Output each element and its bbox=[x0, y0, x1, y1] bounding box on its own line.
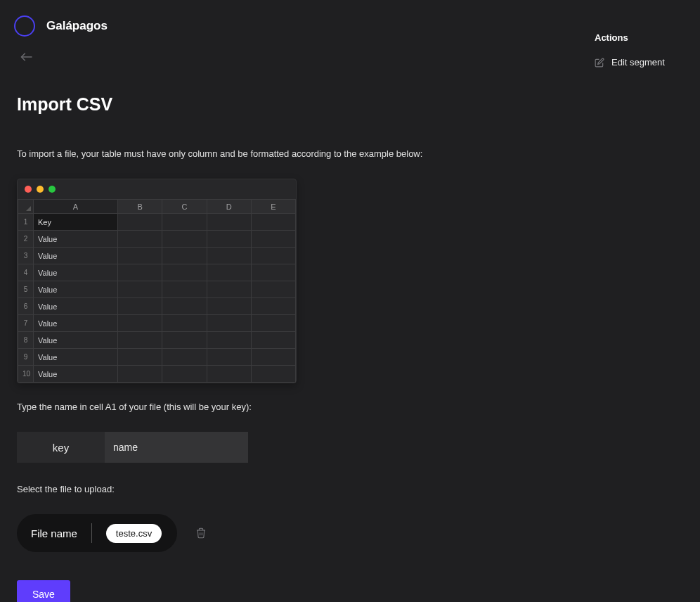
key-value-input[interactable] bbox=[105, 432, 248, 463]
edit-icon bbox=[595, 58, 604, 68]
cell bbox=[162, 315, 207, 332]
col-header: A bbox=[34, 200, 118, 214]
trash-icon[interactable] bbox=[195, 527, 207, 539]
table-row: 7Value bbox=[18, 315, 296, 332]
instruction-format: To import a file, your table must have o… bbox=[17, 148, 489, 159]
actions-title: Actions bbox=[595, 32, 679, 43]
cell bbox=[207, 281, 251, 298]
cell bbox=[251, 366, 295, 383]
divider bbox=[91, 523, 92, 543]
cell bbox=[207, 366, 251, 383]
save-button[interactable]: Save bbox=[17, 580, 70, 602]
cell bbox=[118, 281, 162, 298]
cell bbox=[118, 214, 162, 231]
row-number: 1 bbox=[18, 214, 34, 231]
window-controls-icon bbox=[18, 179, 296, 199]
cell bbox=[118, 298, 162, 315]
cell bbox=[162, 248, 207, 264]
key-label: key bbox=[17, 432, 105, 463]
cell bbox=[118, 315, 162, 332]
cell: Value bbox=[34, 298, 118, 315]
cell bbox=[251, 298, 295, 315]
cell bbox=[118, 366, 162, 383]
col-header: D bbox=[207, 200, 251, 214]
cell bbox=[162, 298, 207, 315]
cell bbox=[207, 264, 251, 281]
cell bbox=[162, 349, 207, 366]
cell: Value bbox=[34, 264, 118, 281]
row-number: 7 bbox=[18, 315, 34, 332]
cell bbox=[251, 281, 295, 298]
file-name-label: File name bbox=[31, 527, 77, 539]
sheet-corner bbox=[18, 200, 34, 214]
cell: Value bbox=[34, 366, 118, 383]
row-number: 2 bbox=[18, 231, 34, 248]
row-number: 6 bbox=[18, 298, 34, 315]
cell bbox=[251, 231, 295, 248]
cell bbox=[162, 214, 207, 231]
cell bbox=[162, 231, 207, 248]
cell: Value bbox=[34, 349, 118, 366]
cell bbox=[118, 231, 162, 248]
cell: Value bbox=[34, 315, 118, 332]
table-row: 8Value bbox=[18, 332, 296, 349]
row-number: 5 bbox=[18, 281, 34, 298]
cell bbox=[118, 332, 162, 349]
table-row: 5Value bbox=[18, 281, 296, 298]
cell bbox=[207, 332, 251, 349]
row-number: 8 bbox=[18, 332, 34, 349]
cell bbox=[162, 281, 207, 298]
table-row: 9Value bbox=[18, 349, 296, 366]
table-row: 6Value bbox=[18, 298, 296, 315]
cell bbox=[118, 349, 162, 366]
cell bbox=[207, 315, 251, 332]
page-title: Import CSV bbox=[17, 94, 489, 115]
col-header: B bbox=[118, 200, 162, 214]
cell bbox=[251, 315, 295, 332]
cell: Value bbox=[34, 332, 118, 349]
edit-segment-label: Edit segment bbox=[611, 57, 665, 68]
file-chip: teste.csv bbox=[106, 524, 162, 543]
arrow-left-icon bbox=[18, 51, 35, 63]
cell bbox=[207, 349, 251, 366]
cell bbox=[207, 298, 251, 315]
cell bbox=[251, 349, 295, 366]
cell bbox=[207, 214, 251, 231]
table-row: 10Value bbox=[18, 366, 296, 383]
cell bbox=[207, 248, 251, 264]
row-number: 9 bbox=[18, 349, 34, 366]
row-number: 3 bbox=[18, 248, 34, 264]
cell: Value bbox=[34, 231, 118, 248]
key-instruction: Type the name in cell A1 of your file (t… bbox=[17, 402, 489, 412]
cell bbox=[162, 264, 207, 281]
select-file-label: Select the file to upload: bbox=[17, 484, 489, 494]
cell bbox=[251, 248, 295, 264]
logo-icon bbox=[14, 15, 35, 37]
cell bbox=[251, 214, 295, 231]
cell bbox=[207, 231, 251, 248]
cell: Value bbox=[34, 281, 118, 298]
cell bbox=[162, 366, 207, 383]
col-header: C bbox=[162, 200, 207, 214]
cell: Value bbox=[34, 248, 118, 264]
table-row: 4Value bbox=[18, 264, 296, 281]
table-row: 3Value bbox=[18, 248, 296, 264]
app-title: Galápagos bbox=[46, 19, 108, 33]
row-number: 4 bbox=[18, 264, 34, 281]
cell bbox=[118, 264, 162, 281]
example-table: A B C D E 1Key2Value3Value4Value5Value6V… bbox=[18, 199, 296, 383]
cell bbox=[251, 264, 295, 281]
spreadsheet-example: A B C D E 1Key2Value3Value4Value5Value6V… bbox=[17, 179, 297, 383]
table-row: 1Key bbox=[18, 214, 296, 231]
cell bbox=[162, 332, 207, 349]
row-number: 10 bbox=[18, 366, 34, 383]
cell: Key bbox=[34, 214, 118, 231]
cell bbox=[118, 248, 162, 264]
table-row: 2Value bbox=[18, 231, 296, 248]
actions-panel: Actions Edit segment bbox=[595, 32, 679, 68]
cell bbox=[251, 332, 295, 349]
col-header: E bbox=[251, 200, 295, 214]
edit-segment-action[interactable]: Edit segment bbox=[595, 57, 679, 68]
key-value-row: key bbox=[17, 432, 489, 463]
file-picker[interactable]: File name teste.csv bbox=[17, 514, 177, 552]
